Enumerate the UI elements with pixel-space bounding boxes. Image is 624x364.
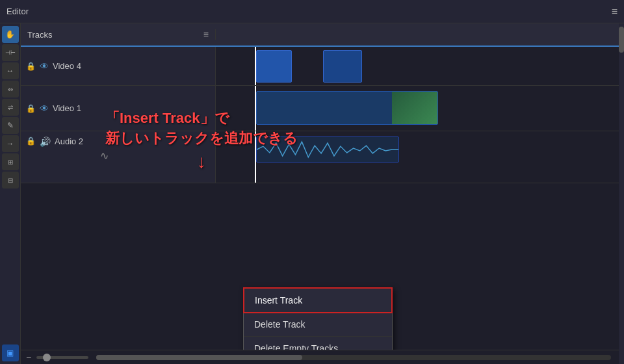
eye-icon-video4[interactable]: 👁 xyxy=(40,61,49,72)
waveform-svg xyxy=(257,136,398,162)
zoom-minus-button[interactable]: − xyxy=(23,352,34,363)
eye-icon-video1[interactable]: 👁 xyxy=(40,103,49,114)
track-label-video4: 🔒 👁 Video 4 xyxy=(21,47,216,85)
track-timeline-audio2[interactable] xyxy=(216,131,619,183)
tracks-menu-icon[interactable]: ≡ xyxy=(203,29,209,40)
track-row-audio2: 🔒 🔊 Audio 2 ∿ xyxy=(21,131,619,183)
track-label-audio2: 🔒 🔊 Audio 2 ∿ xyxy=(21,131,216,183)
editor-title: Editor xyxy=(6,6,29,16)
tool-trim[interactable]: ⊣⊢ xyxy=(2,44,19,61)
lock-icon-video4: 🔒 xyxy=(26,62,36,71)
track-name-col: Tracks ≡ xyxy=(21,29,216,40)
lock-icon-video1: 🔒 xyxy=(26,104,36,113)
editor-header: Editor ≡ xyxy=(0,0,624,23)
editor-main: ✋ ⊣⊢ ↔ ⇔ ⇌ ✎ → ⊞ ⊟ ▣ Tracks ≡ xyxy=(0,23,624,364)
clip-v4-2[interactable] xyxy=(323,50,362,83)
playhead-video1 xyxy=(255,86,256,131)
track-list-header: Tracks ≡ 0 xyxy=(21,23,619,47)
playhead-video4 xyxy=(255,47,256,85)
bottom-bar: − xyxy=(21,350,619,364)
context-menu: Insert Track Delete Track Delete Empty T… xyxy=(243,287,393,350)
track-row-video1: 🔒 👁 Video 1 xyxy=(21,86,619,131)
track-row-video4: 🔒 👁 Video 4 xyxy=(21,47,619,86)
context-menu-insert-track[interactable]: Insert Track xyxy=(243,287,393,313)
track-area: Tracks ≡ 0 xyxy=(21,23,619,364)
right-scroll-thumb xyxy=(619,27,624,53)
clip-audio2-1[interactable] xyxy=(256,136,399,162)
track-name-video1: Video 1 xyxy=(53,103,81,113)
tool-sliders[interactable]: ⊞ xyxy=(2,153,19,170)
speaker-icon-audio2: 🔊 xyxy=(40,136,51,147)
track-timeline-video4[interactable] xyxy=(216,47,619,85)
clip-v4-1[interactable] xyxy=(256,50,292,83)
horizontal-scroll-thumb xyxy=(96,355,302,360)
clip-v1-thumb xyxy=(392,92,437,124)
editor-menu-icon[interactable]: ≡ xyxy=(612,6,618,18)
tool-export[interactable]: → xyxy=(2,135,19,152)
right-scrollbar[interactable] xyxy=(619,23,624,364)
tracks-body: 🔒 👁 Video 4 🔒 👁 Video 1 xyxy=(21,47,619,350)
context-menu-delete-empty-tracks[interactable]: Delete Empty Tracks xyxy=(244,337,392,350)
horizontal-scrollbar[interactable] xyxy=(96,355,611,360)
zoom-thumb xyxy=(43,354,51,361)
tool-link[interactable]: ⊟ xyxy=(2,172,19,188)
tool-pen[interactable]: ✎ xyxy=(2,117,19,134)
zoom-slider[interactable] xyxy=(36,356,88,359)
lock-icon-audio2: 🔒 xyxy=(26,136,36,146)
editor-container: Editor ≡ ✋ ⊣⊢ ↔ ⇔ ⇌ ✎ → ⊞ ⊟ ▣ Tracks ≡ xyxy=(0,0,624,364)
track-timeline-video1[interactable] xyxy=(216,86,619,131)
tool-arrows-h[interactable]: ↔ xyxy=(2,62,19,79)
tracks-label: Tracks xyxy=(27,30,53,40)
track-name-video4: Video 4 xyxy=(53,61,81,71)
tool-film[interactable]: ▣ xyxy=(2,344,19,361)
tool-transform[interactable]: ⇔ xyxy=(2,81,19,98)
context-menu-delete-track[interactable]: Delete Track xyxy=(244,313,392,337)
tool-hand[interactable]: ✋ xyxy=(2,26,19,43)
left-toolbar: ✋ ⊣⊢ ↔ ⇔ ⇌ ✎ → ⊞ ⊟ ▣ xyxy=(0,23,21,364)
playhead-audio2 xyxy=(255,131,256,183)
tool-split[interactable]: ⇌ xyxy=(2,99,19,116)
track-label-video1: 🔒 👁 Video 1 xyxy=(21,86,216,131)
clip-v1-1[interactable] xyxy=(256,91,438,125)
waveform-icon-audio2: ∿ xyxy=(100,150,109,162)
track-name-audio2: Audio 2 xyxy=(55,136,83,146)
